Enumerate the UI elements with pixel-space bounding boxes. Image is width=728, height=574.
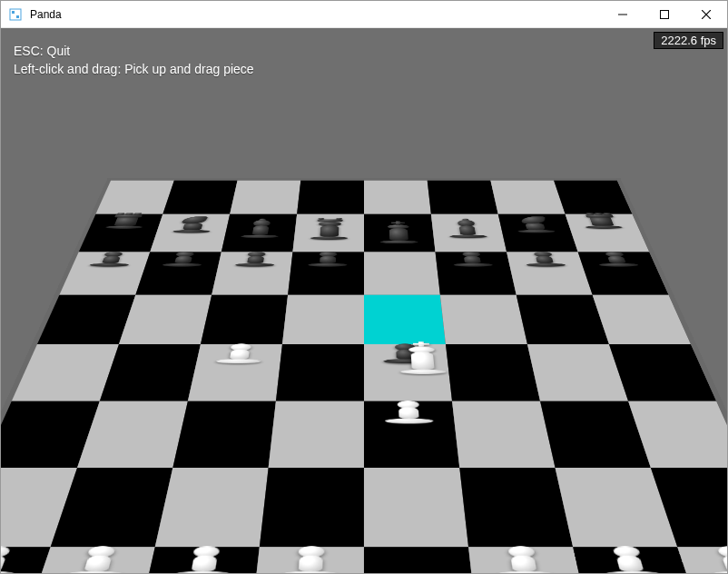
square-3-5[interactable] (446, 344, 540, 401)
chessboard[interactable] (1, 181, 727, 573)
square-1-3[interactable] (260, 468, 364, 547)
black-knight[interactable] (507, 203, 560, 233)
app-window: Panda ESC: Quit Left-click and drag: Pic… (0, 0, 728, 574)
black-pawn[interactable] (157, 239, 212, 267)
black-pawn[interactable] (516, 239, 571, 267)
square-3-1[interactable] (100, 344, 201, 401)
square-3-7[interactable] (609, 344, 716, 401)
black-bishop[interactable] (236, 203, 287, 238)
square-0-7[interactable] (677, 547, 727, 573)
square-2-5[interactable] (452, 401, 556, 468)
minimize-button[interactable] (602, 1, 644, 28)
maximize-button[interactable] (644, 1, 685, 28)
black-queen[interactable] (306, 203, 353, 240)
black-king[interactable] (375, 203, 423, 243)
square-5-4[interactable] (364, 252, 440, 294)
black-pawn[interactable] (303, 239, 352, 267)
square-1-4[interactable] (364, 468, 468, 547)
svg-rect-1 (12, 11, 15, 14)
titlebar[interactable]: Panda (1, 1, 727, 28)
square-2-4[interactable] (364, 401, 459, 468)
square-4-7[interactable] (593, 295, 691, 344)
black-pawn[interactable] (231, 239, 283, 267)
black-bishop[interactable] (441, 203, 492, 238)
black-pawn[interactable] (446, 239, 498, 267)
square-4-1[interactable] (119, 295, 212, 344)
square-2-3[interactable] (269, 401, 364, 468)
svg-rect-4 (661, 10, 669, 18)
black-knight[interactable] (168, 203, 221, 233)
square-0-3[interactable] (249, 547, 364, 573)
square-4-3[interactable] (282, 295, 364, 344)
close-button[interactable] (685, 1, 727, 28)
viewport-3d[interactable]: ESC: Quit Left-click and drag: Pick up a… (1, 28, 727, 573)
square-4-5[interactable] (440, 295, 527, 344)
scene-3d (1, 28, 727, 573)
square-0-4[interactable] (364, 547, 479, 573)
square-1-5[interactable] (459, 468, 573, 547)
svg-rect-2 (16, 15, 19, 18)
window-title: Panda (30, 8, 62, 21)
square-2-2[interactable] (172, 401, 276, 468)
square-1-2[interactable] (155, 468, 269, 547)
app-icon (8, 7, 23, 22)
svg-rect-0 (10, 9, 21, 20)
square-3-3[interactable] (276, 344, 364, 401)
